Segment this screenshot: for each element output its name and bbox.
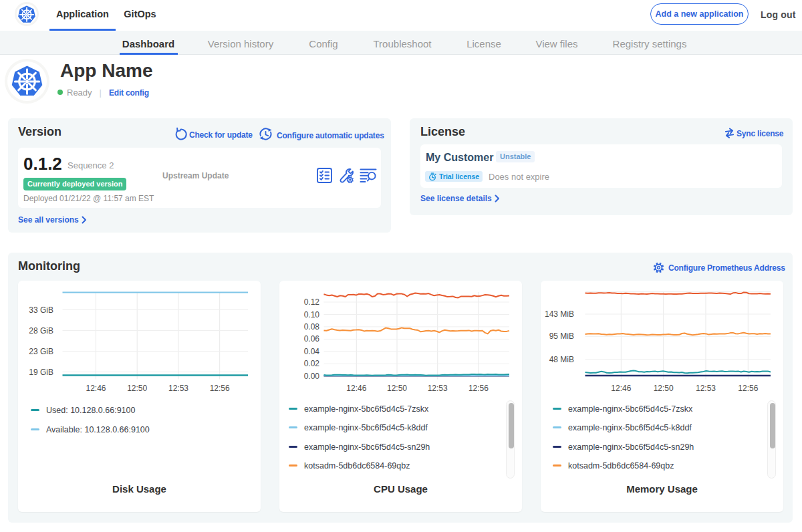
svg-text:95 MiB: 95 MiB [549, 331, 574, 341]
svg-text:12:50: 12:50 [127, 384, 147, 393]
svg-text:12:53: 12:53 [168, 384, 188, 393]
svg-text:0.02: 0.02 [304, 359, 320, 368]
svg-text:23 GiB: 23 GiB [29, 347, 53, 356]
svg-text:0.00: 0.00 [304, 372, 320, 381]
svg-text:0.10: 0.10 [304, 310, 320, 319]
svg-text:12:50: 12:50 [387, 384, 407, 393]
svg-text:12:56: 12:56 [469, 384, 489, 393]
svg-text:12:56: 12:56 [738, 384, 758, 393]
svg-text:33 GiB: 33 GiB [29, 305, 53, 315]
svg-text:0.12: 0.12 [304, 297, 320, 307]
svg-text:143 MiB: 143 MiB [545, 309, 574, 319]
svg-text:0.08: 0.08 [304, 322, 320, 331]
svg-text:28 GiB: 28 GiB [29, 326, 53, 336]
svg-text:48 MiB: 48 MiB [549, 355, 574, 364]
svg-text:12:53: 12:53 [428, 384, 448, 393]
svg-text:12:50: 12:50 [654, 384, 674, 393]
svg-text:12:53: 12:53 [696, 384, 716, 393]
svg-text:19 GiB: 19 GiB [29, 368, 53, 377]
svg-text:12:46: 12:46 [86, 384, 106, 393]
svg-text:0.06: 0.06 [304, 334, 320, 344]
svg-text:0.04: 0.04 [304, 347, 320, 356]
svg-text:12:46: 12:46 [346, 384, 366, 393]
svg-text:12:56: 12:56 [210, 384, 230, 393]
svg-text:12:46: 12:46 [611, 384, 631, 393]
